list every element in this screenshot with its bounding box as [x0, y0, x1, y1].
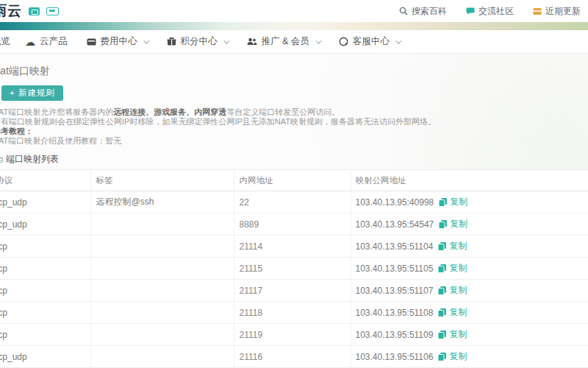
logo-text: 雨云: [0, 1, 22, 21]
column-header-tag: 标签: [90, 170, 234, 191]
new-rule-button[interactable]: + 新建规则: [1, 85, 63, 101]
table-row: tcp 21117 103.40.13.95:51107复制: [0, 280, 588, 302]
nav-support-label: 客服中心: [353, 35, 390, 48]
column-header-public-address: 映射公网地址: [351, 170, 588, 191]
section-title: 端口映射列表: [6, 153, 59, 166]
copy-icon: [437, 330, 447, 339]
copy-icon: [437, 286, 447, 295]
section-header: 端口映射列表: [0, 153, 588, 166]
copy-button[interactable]: 复制: [437, 350, 467, 363]
protocol-cell: tcp: [0, 280, 90, 302]
viewport: 雨云 搜索百科 交流社区 近期更新: [0, 0, 588, 368]
search-wiki-link[interactable]: 搜索百科: [399, 5, 447, 18]
content-area: Nat端口映射 + 新建规则 NAT端口映射允许您将服务器内的远程连接、游戏服务…: [0, 54, 588, 368]
tag-cell: [90, 324, 234, 346]
table-row: tcp_udp 21116 103.40.13.95:51106复制: [0, 346, 588, 368]
chevron-down-icon: [315, 38, 321, 43]
gift-icon: [167, 38, 176, 46]
public-address: 103.40.13.95:51107: [356, 286, 434, 296]
intro-line-2: 所有端口映射规则会在绑定弹性公网IP时移除，如果无绑定弹性公网IP且无添加NAT…: [0, 117, 588, 127]
protocol-cell: tcp: [0, 302, 90, 324]
copy-icon: [437, 263, 447, 273]
main-nav: 概览 ☁ 云产品 费用中心 积分中心 推广 & 会员: [0, 30, 588, 54]
table-header-row: 协议 标签 内网地址 映射公网地址: [0, 170, 588, 191]
copy-icon: [438, 197, 448, 207]
protocol-cell: tcp: [0, 236, 90, 258]
public-address: 103.40.13.95:54547: [356, 219, 434, 230]
community-label: 交流社区: [478, 5, 514, 18]
protocol-cell: tcp: [0, 258, 90, 280]
nav-item-billing-center[interactable]: 费用中心: [87, 35, 148, 48]
billing-card-icon: [87, 38, 96, 46]
nav-cloud-products-label: 云产品: [40, 35, 68, 48]
internal-port-cell: 21117: [234, 280, 351, 302]
version-badge-icon[interactable]: [46, 7, 59, 15]
table-row: tcp_udp 8889 103.40.13.95:54547复制: [0, 213, 588, 236]
public-address: 103.40.13.95:40998: [356, 197, 434, 208]
copy-button[interactable]: 复制: [437, 328, 467, 341]
updates-box-icon: [533, 7, 542, 15]
nav-promotion-label: 推广 & 会员: [262, 35, 309, 48]
internal-port-cell: 21118: [234, 302, 351, 324]
topbar: 雨云 搜索百科 交流社区 近期更新: [0, 0, 588, 22]
column-header-internal-address: 内网地址: [234, 170, 351, 191]
public-address: 103.40.13.95:51108: [356, 308, 434, 318]
nav-item-points-center[interactable]: 积分中心: [167, 35, 228, 48]
list-icon: [0, 157, 3, 163]
intro-text: NAT端口映射允许您将服务器内的远程连接、游戏服务、内网穿透等自定义端口转发至公…: [0, 107, 588, 146]
intro-line-4: NAT端口映射介绍及使用教程：暂无: [0, 136, 588, 146]
table-row: tcp 21119 103.40.13.95:51109复制: [0, 324, 588, 346]
table-row: tcp 21118 103.40.13.95:51108复制: [0, 302, 588, 324]
topbar-links: 搜索百科 交流社区 近期更新: [399, 5, 581, 18]
internal-port-cell: 21114: [234, 236, 351, 258]
recent-updates-link[interactable]: 近期更新: [533, 5, 581, 18]
column-header-protocol: 协议: [0, 170, 90, 191]
tag-cell: 远程控制@ssh: [90, 191, 234, 213]
page-title: Nat端口映射: [0, 54, 588, 78]
copy-button[interactable]: 复制: [437, 262, 467, 275]
nav-billing-label: 费用中心: [101, 35, 137, 48]
copy-button[interactable]: 复制: [437, 240, 467, 252]
internal-port-cell: 22: [234, 191, 351, 213]
copy-icon: [437, 241, 447, 251]
public-address: 103.40.13.95:51104: [356, 241, 434, 252]
copy-icon: [438, 219, 448, 229]
protocol-cell: tcp_udp: [0, 191, 90, 213]
table-row: tcp 21114 103.40.13.95:51104复制: [0, 236, 588, 258]
nav-item-overview[interactable]: 概览: [0, 35, 10, 48]
public-address: 103.40.13.95:51106: [356, 352, 434, 362]
tag-cell: [90, 280, 234, 302]
intro-line-3: 参考教程：: [0, 127, 588, 136]
table-row: tcp 21115 103.40.13.95:51105复制: [0, 258, 588, 280]
nav-item-support-center[interactable]: 客服中心: [339, 35, 400, 48]
nav-item-cloud-products[interactable]: ☁ 云产品: [25, 35, 68, 48]
nav-points-label: 积分中心: [181, 35, 218, 48]
brand-logo[interactable]: 雨云: [0, 1, 59, 21]
internal-port-cell: 21115: [234, 258, 351, 280]
intro-line-1: NAT端口映射允许您将服务器内的远程连接、游戏服务、内网穿透等自定义端口转发至公…: [0, 107, 588, 117]
protocol-cell: tcp_udp: [0, 213, 90, 236]
tag-cell: [90, 346, 234, 368]
copy-button[interactable]: 复制: [437, 284, 467, 297]
copy-button[interactable]: 复制: [438, 218, 467, 230]
tag-cell: [90, 213, 234, 236]
copy-button[interactable]: 复制: [437, 306, 467, 319]
tag-cell: [90, 258, 234, 280]
copy-icon: [437, 352, 447, 361]
cloud-icon: ☁: [25, 37, 35, 47]
tag-cell: [90, 236, 234, 258]
community-link[interactable]: 交流社区: [466, 5, 514, 18]
header-banner: [0, 22, 588, 30]
internal-port-cell: 21119: [234, 324, 351, 346]
recent-updates-label: 近期更新: [545, 5, 581, 18]
people-icon: [247, 38, 257, 46]
nav-overview-label: 概览: [0, 35, 10, 48]
table-row: tcp_udp 远程控制@ssh 22 103.40.13.95:40998复制: [0, 191, 588, 213]
protocol-cell: tcp_udp: [0, 346, 90, 368]
chevron-down-icon: [223, 38, 229, 43]
nav-item-promotion-membership[interactable]: 推广 & 会员: [247, 35, 320, 48]
public-address: 103.40.13.95:51109: [356, 330, 434, 340]
copy-button[interactable]: 复制: [438, 196, 467, 208]
headset-icon: [339, 37, 348, 46]
console-badge-icon[interactable]: [29, 7, 40, 15]
